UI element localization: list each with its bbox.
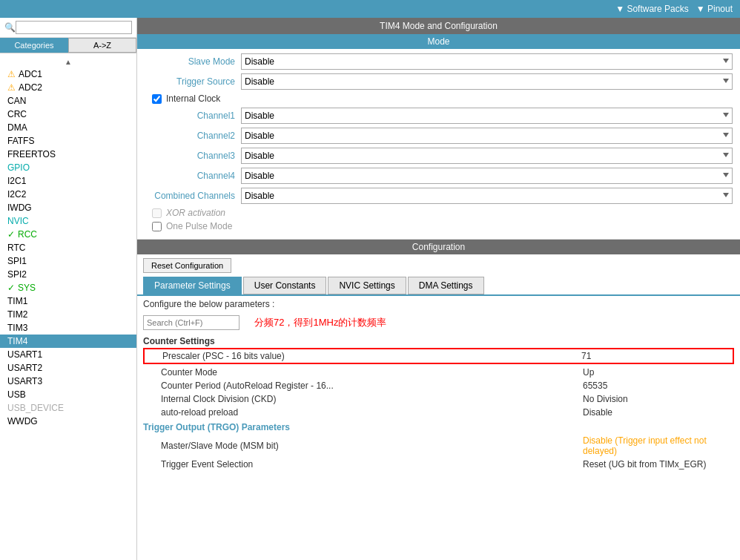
sidebar-item-label: IWDG (7, 202, 32, 213)
sidebar-item-label: CRC (7, 109, 27, 119)
sidebar-item-label: WWDG (7, 416, 38, 426)
sidebar-item-can[interactable]: CAN (0, 94, 136, 108)
sidebar-item-tim4[interactable]: TIM4 (0, 335, 136, 348)
sidebar-item-label: USART1 (7, 349, 42, 360)
sidebar-item-freertos[interactable]: FREERTOS (0, 148, 136, 161)
trigger-source-select[interactable]: Disable (241, 73, 733, 90)
sidebar-item-tim3[interactable]: TIM3 (0, 321, 136, 335)
channel2-select[interactable]: Disable (241, 128, 733, 144)
channel4-select[interactable]: Disable (241, 168, 733, 184)
param-value: 65535 (583, 381, 731, 391)
sidebar-item-crc[interactable]: CRC (0, 108, 136, 121)
sidebar-item-fatfs[interactable]: FATFS (0, 134, 136, 148)
one-pulse-checkbox[interactable] (152, 222, 162, 231)
channel3-select[interactable]: Disable (241, 148, 733, 164)
mode-section-header: Mode (137, 34, 740, 49)
combined-channels-select[interactable]: Disable (241, 188, 733, 204)
channel3-label: Channel3 (145, 151, 241, 161)
internal-clock-checkbox[interactable] (152, 94, 162, 104)
sidebar-item-gpio[interactable]: GPIO (0, 161, 136, 174)
sidebar-item-spi1[interactable]: SPI1 (0, 254, 136, 268)
sidebar-item-i2c1[interactable]: I2C1 (0, 174, 136, 188)
sidebar-item-iwdg[interactable]: IWDG (0, 201, 136, 214)
params-area: Counter Settings Prescaler (PSC - 16 bit… (137, 333, 740, 560)
sidebar-item-label: I2C1 (7, 176, 26, 186)
param-search-input[interactable] (143, 315, 239, 330)
tab-parameter-settings[interactable]: Parameter Settings (143, 277, 242, 294)
sidebar-item-usbdevice[interactable]: USB_DEVICE (0, 401, 136, 415)
sidebar-item-label: RTC (7, 243, 25, 253)
tab-bar: Categories A->Z (0, 38, 136, 53)
sidebar-item-wwdg[interactable]: WWDG (0, 415, 136, 428)
sidebar-item-label: SPI2 (7, 269, 27, 280)
table-row: Counter ModeUp (143, 366, 734, 379)
search-input[interactable] (16, 21, 132, 34)
sidebar-item-nvic[interactable]: NVIC (0, 214, 136, 228)
sidebar-item-dma[interactable]: DMA (0, 121, 136, 134)
sidebar-item-label: ADC2 (19, 82, 42, 93)
sidebar-item-label: NVIC (7, 216, 29, 226)
table-row: Prescaler (PSC - 16 bits value)71 (143, 348, 734, 364)
sidebar-item-label: TIM4 (7, 336, 27, 346)
param-name: Master/Slave Mode (MSM bit) (146, 441, 583, 451)
param-name: Internal Clock Division (CKD) (146, 394, 583, 404)
sidebar-item-sys[interactable]: ✓SYS (0, 281, 136, 294)
param-value: Disable (583, 407, 731, 418)
warning-icon: ⚠ (7, 69, 16, 79)
sidebar-item-adc2[interactable]: ⚠ADC2 (0, 81, 136, 94)
sidebar-item-label: TIM2 (7, 309, 27, 320)
tab-az[interactable]: A->Z (68, 38, 136, 53)
slave-mode-select[interactable]: Disable (241, 53, 733, 70)
warning-icon: ⚠ (7, 82, 16, 93)
internal-clock-label: Internal Clock (166, 93, 220, 104)
sidebar-item-usb[interactable]: USB (0, 388, 136, 401)
search-icon: 🔍 (4, 22, 16, 33)
sidebar-item-label: USART3 (7, 376, 42, 386)
chinese-hint: 分频72，得到1MHz的计数频率 (254, 316, 386, 329)
search-bar: 🔍 (0, 18, 136, 38)
page-title: TIM4 Mode and Configuration (137, 18, 740, 34)
tab-user-constants[interactable]: User Constants (243, 277, 327, 294)
param-value: Disable (Trigger input effect not delaye… (583, 435, 731, 456)
sidebar-item-label: GPIO (7, 162, 30, 173)
sidebar-item-usart3[interactable]: USART3 (0, 375, 136, 388)
config-tabs: Parameter Settings User Constants NVIC S… (137, 277, 740, 296)
sidebar-item-tim1[interactable]: TIM1 (0, 294, 136, 308)
tab-dma-settings[interactable]: DMA Settings (408, 277, 484, 294)
param-value: No Division (583, 394, 731, 404)
xor-checkbox[interactable] (152, 208, 162, 218)
sidebar-item-i2c2[interactable]: I2C2 (0, 188, 136, 201)
trigger-source-label: Trigger Source (145, 76, 241, 87)
check-icon: ✓ (7, 229, 15, 240)
sidebar-item-label: TIM1 (7, 296, 27, 306)
table-row: Counter Period (AutoReload Register - 16… (143, 379, 734, 392)
sidebar-item-spi2[interactable]: SPI2 (0, 268, 136, 281)
tab-nvic-settings[interactable]: NVIC Settings (328, 277, 406, 294)
sidebar-item-adc1[interactable]: ⚠ADC1 (0, 67, 136, 81)
sidebar-item-label: RCC (18, 229, 37, 240)
tab-categories[interactable]: Categories (0, 38, 68, 53)
counter-settings-title: Counter Settings (143, 333, 734, 348)
sidebar-item-tim2[interactable]: TIM2 (0, 308, 136, 321)
tree-area: ▲ ⚠ADC1⚠ADC2CANCRCDMAFATFSFREERTOSGPIOI2… (0, 53, 136, 560)
collapse-arrow[interactable]: ▲ (0, 56, 136, 67)
param-name: Trigger Event Selection (146, 459, 583, 470)
table-row: Internal Clock Division (CKD)No Division (143, 392, 734, 406)
channel4-label: Channel4 (145, 171, 241, 181)
sidebar-item-label: CAN (7, 96, 26, 106)
param-value: 71 (581, 351, 730, 361)
table-row: Master/Slave Mode (MSM bit)Disable (Trig… (143, 434, 734, 458)
software-packs-btn[interactable]: ▼ Software Packs (615, 4, 689, 14)
sidebar-item-label: FATFS (7, 136, 34, 146)
channel1-label: Channel1 (145, 111, 241, 121)
sidebar-item-usart2[interactable]: USART2 (0, 361, 136, 375)
sidebar-item-rcc[interactable]: ✓RCC (0, 228, 136, 241)
param-name: Counter Period (AutoReload Register - 16… (146, 381, 583, 391)
reset-configuration-button[interactable]: Reset Configuration (143, 258, 231, 273)
channel1-select[interactable]: Disable (241, 108, 733, 124)
sidebar-item-label: USART2 (7, 363, 42, 373)
sidebar-item-usart1[interactable]: USART1 (0, 348, 136, 361)
trgo-group-title: Trigger Output (TRGO) Parameters (143, 419, 734, 434)
sidebar-item-rtc[interactable]: RTC (0, 241, 136, 254)
pinout-btn[interactable]: ▼ Pinout (696, 4, 733, 14)
